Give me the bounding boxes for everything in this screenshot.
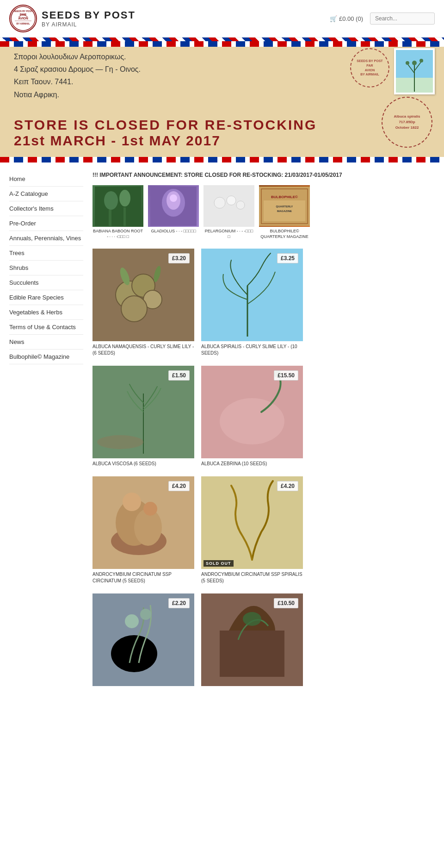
sidebar: Home A-Z Catalogue Collector's Items Pre… <box>9 172 83 686</box>
product-name-albuca-zeb: ALBUCA ZEBRINA (10 SEEDS) <box>201 461 303 467</box>
announcement-text: !!! IMPORTANT ANNOUNCEMENT: STORE CLOSED… <box>92 172 435 178</box>
sidebar-item-terms[interactable]: Terms of Use & Contacts <box>9 320 83 335</box>
content-area: !!! IMPORTANT ANNOUNCEMENT: STORE CLOSED… <box>92 172 435 686</box>
logo-area: SEEDS BY POST PAR AVION BY AIRMAIL SEEDS… <box>9 5 136 32</box>
sidebar-link-preorder[interactable]: Pre-Order <box>9 216 83 231</box>
stamp-postmark-2: Albuca spiralis717.85DpOctober 1822 <box>382 97 432 148</box>
sidebar-link-annuals[interactable]: Annuals, Perennials, Vines <box>9 231 83 245</box>
sidebar-link-vegetables[interactable]: Vegetables & Herbs <box>9 305 83 319</box>
sidebar-link-news[interactable]: News <box>9 335 83 349</box>
featured-babiana[interactable]: BABIANA BABOON ROOT - · · · -□□□ □ <box>92 185 143 239</box>
svg-text:MAGAZINE: MAGAZINE <box>277 210 292 212</box>
svg-point-12 <box>419 59 423 62</box>
featured-gladiolus[interactable]: GLADIOLUS - · - □□□□□ <box>148 185 199 239</box>
product-name-albuca-vis: ALBUCA VISCOSA (6 SEEDS) <box>92 461 194 467</box>
svg-text:BULBOPHILE©: BULBOPHILE© <box>271 195 298 199</box>
featured-img-babiana <box>92 185 143 227</box>
sidebar-item-home[interactable]: Home <box>9 172 83 187</box>
svg-point-22 <box>170 194 177 202</box>
svg-point-13 <box>412 61 417 65</box>
product-albuca-spi[interactable]: £3.25 ALBUCA SPIRALIS - CURLY SLIME LILY… <box>201 249 303 356</box>
product-andro-circ[interactable]: £4.20 ANDROCYMBIUM CIRCINATUM SSP CIRCIN… <box>92 476 194 584</box>
svg-point-16 <box>119 190 130 206</box>
product-albuca-nam[interactable]: £3.20 ALBUCA NAMAQUENSIS - CURLY SLIME L… <box>92 249 194 356</box>
svg-point-26 <box>236 201 245 209</box>
product-last-1[interactable]: £2.20 <box>92 593 194 686</box>
product-row-3: £4.20 ANDROCYMBIUM CIRCINATUM SSP CIRCIN… <box>92 476 435 584</box>
banner: Σποροι λουλουδιων Αεροπορικως. 4 Σιραζ κ… <box>0 37 444 162</box>
sidebar-item-collectors[interactable]: Collector's Items <box>9 201 83 216</box>
svg-point-58 <box>140 609 151 620</box>
sidebar-item-annuals[interactable]: Annuals, Perennials, Vines <box>9 231 83 246</box>
featured-bulbophile[interactable]: BULBOPHILE© QUARTERLY MAGAZINE BULBOPHIL… <box>259 185 310 239</box>
featured-row: BABIANA BABOON ROOT - · · · -□□□ □ GLADI… <box>92 185 435 239</box>
sidebar-item-succulents[interactable]: Succulents <box>9 275 83 290</box>
sidebar-link-home[interactable]: Home <box>9 172 83 186</box>
svg-point-52 <box>123 493 141 511</box>
svg-rect-60 <box>220 631 284 677</box>
sidebar-item-trees[interactable]: Trees <box>9 246 83 261</box>
sidebar-nav: Home A-Z Catalogue Collector's Items Pre… <box>9 172 83 364</box>
sidebar-link-edible[interactable]: Edible Rare Species <box>9 290 83 305</box>
featured-label-bulbophile: BULBOPHILE© QUARTERLY MAGAZINE <box>259 229 310 239</box>
svg-rect-18 <box>123 207 126 226</box>
banner-inner: Σποροι λουλουδιων Αεροπορικως. 4 Σιραζ κ… <box>0 41 444 162</box>
product-img-last-1: £2.20 <box>92 593 194 686</box>
sidebar-item-vegetables[interactable]: Vegetables & Herbs <box>9 305 83 320</box>
sidebar-link-trees[interactable]: Trees <box>9 246 83 260</box>
price-albuca-vis: £1.50 <box>168 370 190 381</box>
product-last-2[interactable]: £10.50 <box>201 593 303 686</box>
header-right: 🛒 £0.00 (0) <box>330 12 435 25</box>
featured-label-pelargonium: PELARGONIUM - · - -□□□ □ <box>204 229 254 239</box>
product-albuca-vis[interactable]: £1.50 ALBUCA VISCOSA (6 SEEDS) <box>92 366 194 467</box>
product-name-andro-circ: ANDROCYMBIUM CIRCINATUM SSP CIRCINATUM (… <box>92 571 194 584</box>
cart-info[interactable]: 🛒 £0.00 (0) <box>330 15 363 22</box>
logo-icon: SEEDS BY POST PAR AVION BY AIRMAIL <box>9 5 37 32</box>
product-albuca-zeb[interactable]: £15.50 ALBUCA ZEBRINA (10 SEEDS) <box>201 366 303 467</box>
product-img-last-2: £10.50 <box>201 593 303 686</box>
product-img-albuca-spi: £3.25 <box>201 249 303 341</box>
svg-rect-14 <box>95 187 141 226</box>
sidebar-item-news[interactable]: News <box>9 335 83 350</box>
price-last-2: £10.50 <box>274 598 298 608</box>
sidebar-link-az[interactable]: A-Z Catalogue <box>9 187 83 201</box>
sidebar-link-collectors[interactable]: Collector's Items <box>9 201 83 216</box>
svg-text:QUARTERLY: QUARTERLY <box>276 205 293 208</box>
price-albuca-zeb: £15.50 <box>274 370 298 381</box>
stamp-postmark-1: SEEDS BY POSTPARAVIONBY AIRMAIL <box>350 48 389 87</box>
sidebar-link-terms[interactable]: Terms of Use & Contacts <box>9 320 83 334</box>
sidebar-link-shrubs[interactable]: Shrubs <box>9 261 83 275</box>
product-name-albuca-spi: ALBUCA SPIRALIS - CURLY SLIME LILY - (10… <box>201 343 303 356</box>
featured-img-gladiolus <box>148 185 199 227</box>
price-andro-spi: £4.20 <box>277 481 298 491</box>
featured-img-bulbophile: BULBOPHILE© QUARTERLY MAGAZINE <box>259 185 310 227</box>
search-input[interactable] <box>370 12 435 25</box>
sidebar-item-preorder[interactable]: Pre-Order <box>9 216 83 231</box>
sidebar-item-edible[interactable]: Edible Rare Species <box>9 290 83 305</box>
featured-label-babiana: BABIANA BABOON ROOT - · · · -□□□ □ <box>92 229 143 239</box>
banner-stripe-top <box>0 41 444 47</box>
svg-point-24 <box>214 197 225 208</box>
sold-out-badge-andro-spi: SOLD OUT <box>204 560 234 567</box>
svg-rect-17 <box>109 210 111 226</box>
sidebar-item-bulbophile[interactable]: Bulbophile© Magazine <box>9 350 83 364</box>
product-grid: £3.20 ALBUCA NAMAQUENSIS - CURLY SLIME L… <box>92 249 435 686</box>
price-last-1: £2.20 <box>168 598 190 608</box>
product-name-albuca-nam: ALBUCA NAMAQUENSIS - CURLY SLIME LILY - … <box>92 343 194 356</box>
svg-point-53 <box>143 502 157 516</box>
svg-point-56 <box>111 635 157 672</box>
main-layout: Home A-Z Catalogue Collector's Items Pre… <box>0 162 444 695</box>
svg-text:SEEDS BY POST: SEEDS BY POST <box>14 10 32 12</box>
featured-img-pelargonium <box>204 185 254 227</box>
product-name-andro-spi: ANDROCYMBIUM CIRCINATUM SSP SPIRALIS (5 … <box>201 571 303 584</box>
product-img-albuca-vis: £1.50 <box>92 366 194 458</box>
product-andro-spi[interactable]: £4.20 SOLD OUT ANDROCYMBIUM CIRCINATUM S… <box>201 476 303 584</box>
sidebar-link-succulents[interactable]: Succulents <box>9 275 83 290</box>
featured-pelargonium[interactable]: PELARGONIUM - · - -□□□ □ <box>204 185 254 239</box>
product-img-albuca-zeb: £15.50 <box>201 366 303 458</box>
sidebar-item-az[interactable]: A-Z Catalogue <box>9 187 83 201</box>
product-row-4: £2.20 £ <box>92 593 435 686</box>
sidebar-item-shrubs[interactable]: Shrubs <box>9 261 83 275</box>
sidebar-link-bulbophile[interactable]: Bulbophile© Magazine <box>9 350 83 364</box>
svg-point-46 <box>220 398 284 444</box>
